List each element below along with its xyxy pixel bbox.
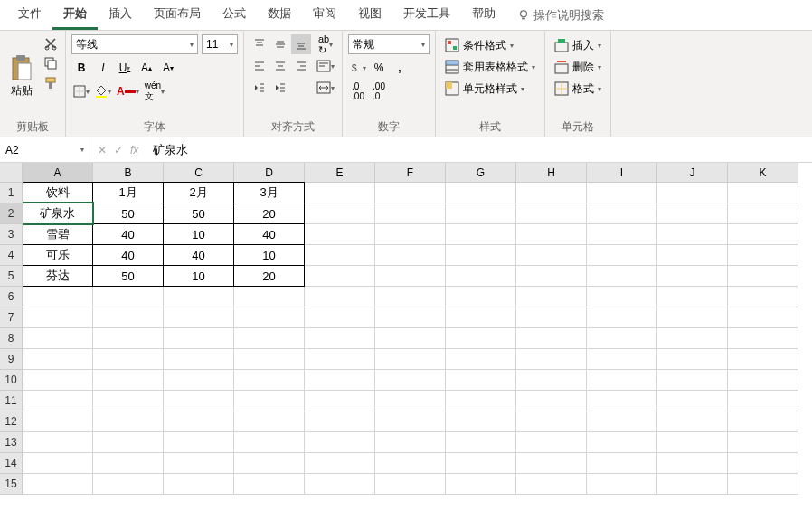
cell[interactable]: 40 [92, 244, 164, 266]
cell[interactable]: 50 [92, 203, 164, 224]
format-as-table-button[interactable]: 套用表格格式▾ [441, 56, 539, 78]
cell[interactable] [375, 266, 446, 287]
cell[interactable] [657, 245, 728, 266]
decrease-decimal-button[interactable]: .00.0 [369, 81, 389, 101]
italic-button[interactable]: I [93, 58, 113, 78]
cell[interactable] [164, 328, 234, 349]
cell[interactable]: 40 [233, 223, 305, 245]
cell[interactable] [587, 183, 657, 203]
formula-input[interactable]: 矿泉水 [146, 142, 812, 158]
cell[interactable] [375, 203, 446, 224]
tab-help[interactable]: 帮助 [461, 0, 506, 30]
cell[interactable] [446, 328, 516, 349]
cell[interactable] [587, 245, 657, 266]
cell-styles-button[interactable]: 单元格样式▾ [441, 78, 539, 99]
row-header[interactable]: 3 [0, 224, 23, 245]
row-header[interactable]: 12 [0, 411, 23, 432]
cell[interactable] [728, 474, 798, 495]
underline-button[interactable]: U ▾ [115, 58, 135, 78]
cell[interactable] [516, 203, 587, 224]
cell[interactable] [657, 411, 728, 432]
cell[interactable] [516, 349, 587, 370]
tab-home[interactable]: 开始 [52, 0, 98, 30]
cell[interactable] [728, 287, 798, 307]
cell[interactable] [657, 224, 728, 245]
merge-button[interactable]: ▾ [315, 78, 336, 98]
cell[interactable] [164, 432, 234, 453]
border-button[interactable]: ▾ [71, 81, 91, 101]
cell[interactable] [728, 224, 798, 245]
cell[interactable] [305, 183, 375, 203]
percent-button[interactable]: % [369, 58, 389, 78]
cell[interactable] [728, 411, 798, 432]
align-middle-button[interactable] [270, 34, 290, 54]
cell[interactable] [728, 370, 798, 391]
number-format-combo[interactable]: 常规▾ [348, 34, 430, 54]
cell[interactable] [164, 370, 234, 391]
cell[interactable] [305, 370, 375, 391]
cell[interactable] [516, 224, 587, 245]
cell[interactable] [234, 307, 305, 328]
shrink-font-button[interactable]: A▾ [158, 58, 178, 78]
row-header[interactable]: 5 [0, 266, 23, 287]
cell[interactable] [516, 453, 587, 474]
cell[interactable] [657, 287, 728, 307]
cell[interactable]: 10 [163, 223, 234, 245]
cell[interactable] [587, 391, 657, 411]
format-cells-button[interactable]: 格式▾ [551, 78, 605, 99]
grow-font-button[interactable]: A▴ [137, 58, 156, 78]
tab-view[interactable]: 视图 [347, 0, 392, 30]
col-header[interactable]: B [93, 163, 164, 183]
row-header[interactable]: 6 [0, 287, 23, 307]
cell[interactable] [93, 453, 164, 474]
row-header[interactable]: 13 [0, 432, 23, 453]
cell[interactable] [23, 287, 93, 307]
cell[interactable] [305, 307, 375, 328]
conditional-format-button[interactable]: 条件格式▾ [441, 34, 539, 56]
col-header[interactable]: K [728, 163, 798, 183]
cell[interactable] [305, 203, 375, 224]
delete-cells-button[interactable]: 删除▾ [551, 56, 605, 78]
tab-insert[interactable]: 插入 [98, 0, 143, 30]
cell[interactable] [516, 287, 587, 307]
cell[interactable] [516, 328, 587, 349]
cell[interactable] [305, 474, 375, 495]
cell[interactable] [375, 183, 446, 203]
font-color-button[interactable]: A▾ [115, 81, 141, 101]
cell[interactable] [375, 411, 446, 432]
cell[interactable] [23, 349, 93, 370]
row-header[interactable]: 8 [0, 328, 23, 349]
cell[interactable] [375, 328, 446, 349]
cell[interactable] [587, 307, 657, 328]
cell[interactable] [728, 245, 798, 266]
cell[interactable] [587, 474, 657, 495]
font-size-combo[interactable]: 11▾ [202, 34, 238, 54]
cell[interactable]: 饮料 [23, 182, 93, 203]
cell[interactable] [93, 328, 164, 349]
cell[interactable]: 10 [163, 265, 234, 287]
name-box[interactable]: A2▾ [0, 137, 90, 162]
align-center-button[interactable] [270, 56, 290, 76]
col-header[interactable]: C [164, 163, 234, 183]
col-header[interactable]: F [375, 163, 446, 183]
cell[interactable] [587, 411, 657, 432]
cell[interactable]: 10 [233, 244, 305, 266]
row-header[interactable]: 7 [0, 307, 23, 328]
bold-button[interactable]: B [71, 58, 91, 78]
cell[interactable] [164, 349, 234, 370]
cell[interactable] [305, 349, 375, 370]
cell[interactable]: 1月 [92, 182, 164, 203]
cell[interactable] [446, 349, 516, 370]
cell[interactable] [446, 307, 516, 328]
cell[interactable] [446, 266, 516, 287]
cell[interactable] [587, 203, 657, 224]
cell[interactable] [234, 411, 305, 432]
cell[interactable] [446, 474, 516, 495]
cell[interactable] [23, 474, 93, 495]
orientation-button[interactable]: ab↻▾ [315, 34, 336, 54]
cell[interactable] [657, 307, 728, 328]
align-top-button[interactable] [250, 34, 269, 54]
cell[interactable] [657, 453, 728, 474]
cell[interactable] [516, 307, 587, 328]
cut-icon[interactable] [43, 36, 58, 51]
